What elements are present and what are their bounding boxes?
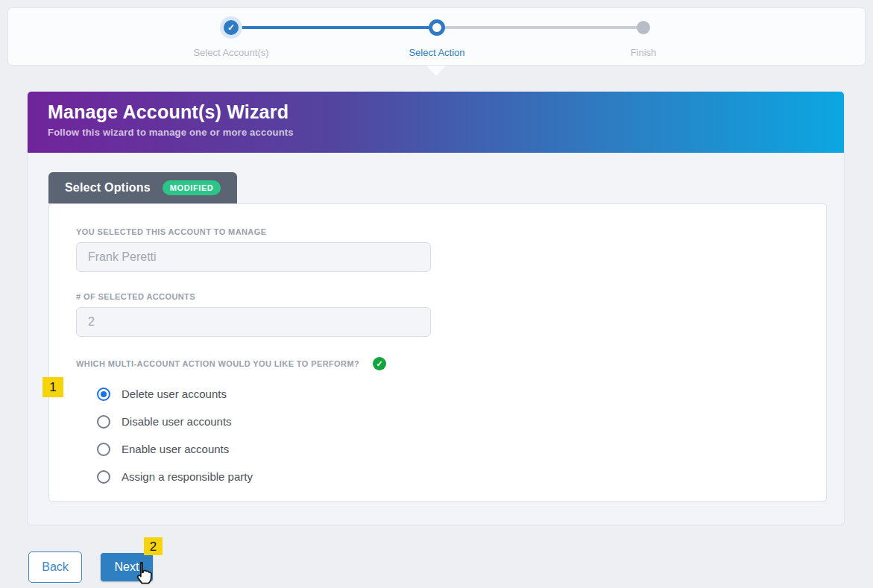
selected-count-input[interactable]	[76, 307, 431, 337]
action-question-row: WHICH MULTI-ACCOUNT ACTION WOULD YOU LIK…	[76, 357, 799, 370]
back-button[interactable]: Back	[28, 551, 82, 583]
field-selected-count: # OF SELECTED ACCOUNTS	[76, 292, 799, 337]
annotation-marker-1: 1	[42, 377, 63, 397]
wizard-header: Manage Account(s) Wizard Follow this wiz…	[28, 92, 844, 153]
action-question-label: WHICH MULTI-ACCOUNT ACTION WOULD YOU LIK…	[76, 359, 359, 368]
radio-label: Disable user accounts	[122, 415, 232, 428]
radio-label: Delete user accounts	[122, 388, 227, 400]
step-upcoming-circle	[637, 21, 650, 34]
step-completed-check-icon[interactable]: ✓	[224, 20, 239, 35]
annotation-marker-2: 2	[144, 537, 163, 555]
selected-count-label: # OF SELECTED ACCOUNTS	[76, 292, 799, 301]
tab-label: Select Options	[65, 181, 151, 195]
modified-badge: MODIFIED	[163, 180, 221, 195]
wizard-stepper: ✓ Select Account(s) Select Action Finish	[7, 7, 866, 66]
radio-option-disable[interactable]: Disable user accounts	[76, 408, 799, 435]
stepper-track-completed	[231, 26, 437, 29]
step-label-select-action: Select Action	[409, 47, 464, 58]
stepper-caret	[426, 66, 446, 76]
wizard-title: Manage Account(s) Wizard	[48, 101, 824, 123]
tab-select-options[interactable]: Select Options MODIFIED	[48, 172, 237, 203]
step-current-circle[interactable]	[429, 19, 445, 36]
radio-button[interactable]	[97, 443, 110, 456]
radio-label: Assign a responsible party	[122, 470, 253, 483]
radio-option-assign[interactable]: Assign a responsible party	[76, 463, 799, 490]
valid-check-icon: ✓	[373, 357, 386, 370]
page: { "stepper": { "steps": [ { "label": "Se…	[0, 0, 873, 588]
radio-button[interactable]	[97, 415, 110, 429]
step-label-finish: Finish	[631, 47, 657, 58]
stepper-track-upcoming	[437, 26, 643, 29]
selected-account-input[interactable]	[76, 242, 431, 272]
radio-option-delete[interactable]: Delete user accounts	[76, 380, 799, 408]
next-button[interactable]: Next	[101, 553, 153, 581]
select-options-panel: YOU SELECTED THIS ACCOUNT TO MANAGE # OF…	[48, 203, 827, 502]
field-selected-account: YOU SELECTED THIS ACCOUNT TO MANAGE	[76, 227, 799, 272]
radio-option-enable[interactable]: Enable user accounts	[76, 435, 799, 463]
step-label-select-accounts: Select Account(s)	[193, 47, 268, 58]
wizard-subtitle: Follow this wizard to manage one or more…	[48, 127, 824, 138]
radio-button[interactable]	[97, 470, 110, 484]
selected-account-label: YOU SELECTED THIS ACCOUNT TO MANAGE	[76, 227, 799, 236]
radio-label: Enable user accounts	[122, 443, 229, 455]
manage-accounts-wizard-card: Manage Account(s) Wizard Follow this wiz…	[27, 91, 845, 525]
radio-button-selected[interactable]	[97, 388, 110, 401]
action-radio-group: Delete user accounts Disable user accoun…	[76, 380, 799, 490]
